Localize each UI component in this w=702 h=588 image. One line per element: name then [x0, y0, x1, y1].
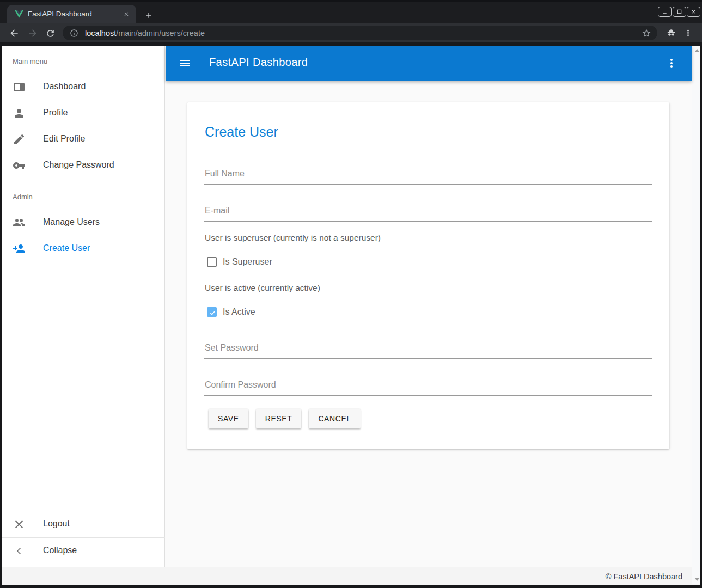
- save-button[interactable]: SAVE: [209, 409, 248, 428]
- chevron-left-icon: [13, 544, 26, 558]
- browser-tabstrip: FastAPI Dashboard: [0, 2, 702, 23]
- people-icon: [13, 216, 26, 229]
- sidebar-item-label: Edit Profile: [43, 134, 85, 144]
- sidebar-item-dashboard[interactable]: Dashboard: [2, 74, 165, 100]
- confirm-password-underline: [204, 395, 652, 396]
- button-row: SAVE RESET CANCEL: [209, 409, 361, 428]
- sidebar-item-profile[interactable]: Profile: [2, 100, 165, 126]
- page-viewport: Main menu Dashboard Profile Edit Profile…: [2, 46, 700, 585]
- sidebar-item-label: Collapse: [43, 546, 77, 555]
- email-underline: [204, 221, 652, 222]
- footer-copyright: © FastAPI Dashboard: [606, 572, 682, 581]
- window-maximize-button[interactable]: [673, 7, 686, 17]
- set-password-underline: [204, 358, 652, 359]
- active-checkbox[interactable]: [207, 307, 217, 317]
- sidebar: Main menu Dashboard Profile Edit Profile…: [2, 46, 165, 567]
- sidebar-section-admin: Admin: [13, 193, 33, 201]
- person-icon: [13, 107, 26, 120]
- sidebar-item-change-password[interactable]: Change Password: [2, 152, 165, 179]
- superuser-checkbox[interactable]: [207, 257, 217, 267]
- sidebar-item-label: Logout: [43, 519, 70, 529]
- url-host: localhost: [85, 29, 116, 38]
- sidebar-divider: [2, 183, 165, 183]
- sidebar-item-label: Profile: [43, 108, 68, 118]
- app-menu-kebab-icon[interactable]: [665, 57, 678, 70]
- vue-logo-icon: [15, 10, 23, 19]
- page-scrollbar[interactable]: [692, 46, 700, 584]
- active-checkbox-label: Is Active: [223, 307, 255, 317]
- key-icon: [13, 159, 26, 172]
- sidebar-item-manage-users[interactable]: Manage Users: [2, 210, 165, 236]
- browser-tab[interactable]: FastAPI Dashboard: [7, 5, 136, 23]
- pencil-icon: [13, 133, 26, 146]
- dashboard-icon: [13, 81, 26, 94]
- cancel-button[interactable]: CANCEL: [309, 409, 360, 428]
- confirm-password-field[interactable]: Confirm Password: [205, 380, 276, 390]
- url-path: /main/admin/users/create: [116, 29, 205, 38]
- footer: © FastAPI Dashboard: [2, 567, 700, 585]
- sidebar-item-create-user[interactable]: Create User: [2, 236, 165, 262]
- page-title: Create User: [205, 124, 278, 140]
- reset-button[interactable]: RESET: [256, 409, 302, 428]
- close-x-icon: [13, 518, 26, 531]
- incognito-icon: [666, 28, 676, 38]
- sidebar-item-label: Dashboard: [43, 82, 86, 91]
- sidebar-item-label: Manage Users: [43, 217, 100, 227]
- browser-toolbar: localhost/main/admin/users/create: [0, 23, 702, 42]
- back-icon[interactable]: [8, 27, 21, 40]
- app-title: FastAPI Dashboard: [209, 56, 308, 69]
- bookmark-star-icon[interactable]: [642, 28, 651, 38]
- tab-close-icon[interactable]: [121, 9, 131, 19]
- window-minimize-button[interactable]: [658, 7, 672, 17]
- sidebar-item-collapse[interactable]: Collapse: [2, 538, 165, 564]
- tab-title: FastAPI Dashboard: [28, 10, 92, 18]
- hamburger-menu-icon[interactable]: [179, 57, 192, 70]
- sidebar-item-label: Create User: [43, 243, 90, 253]
- scroll-down-icon[interactable]: [694, 578, 700, 581]
- full-name-underline: [204, 184, 652, 185]
- full-name-field[interactable]: Full Name: [205, 169, 245, 179]
- reload-icon[interactable]: [44, 27, 57, 40]
- app-bar: FastAPI Dashboard: [166, 46, 692, 81]
- sidebar-item-label: Change Password: [43, 160, 114, 170]
- address-bar[interactable]: localhost/main/admin/users/create: [63, 26, 657, 40]
- browser-menu-kebab-icon[interactable]: [682, 27, 693, 39]
- superuser-hint: User is superuser (currently is not a su…: [205, 233, 381, 243]
- scroll-up-icon[interactable]: [694, 49, 700, 52]
- set-password-field[interactable]: Set Password: [205, 343, 259, 353]
- window-close-button[interactable]: [687, 7, 700, 17]
- person-add-icon: [13, 242, 26, 255]
- sidebar-item-logout[interactable]: Logout: [2, 511, 165, 537]
- active-hint: User is active (currently active): [205, 283, 320, 293]
- email-field[interactable]: E-mail: [205, 206, 229, 216]
- superuser-checkbox-label: Is Superuser: [223, 257, 272, 267]
- sidebar-section-main-menu: Main menu: [13, 57, 47, 65]
- new-tab-icon[interactable]: [143, 9, 155, 21]
- page-info-icon[interactable]: [70, 29, 78, 38]
- sidebar-item-edit-profile[interactable]: Edit Profile: [2, 126, 165, 152]
- forward-icon[interactable]: [26, 27, 39, 40]
- url-text: localhost/main/admin/users/create: [85, 29, 642, 38]
- create-user-card: Create User Full Name E-mail User is sup…: [187, 102, 669, 449]
